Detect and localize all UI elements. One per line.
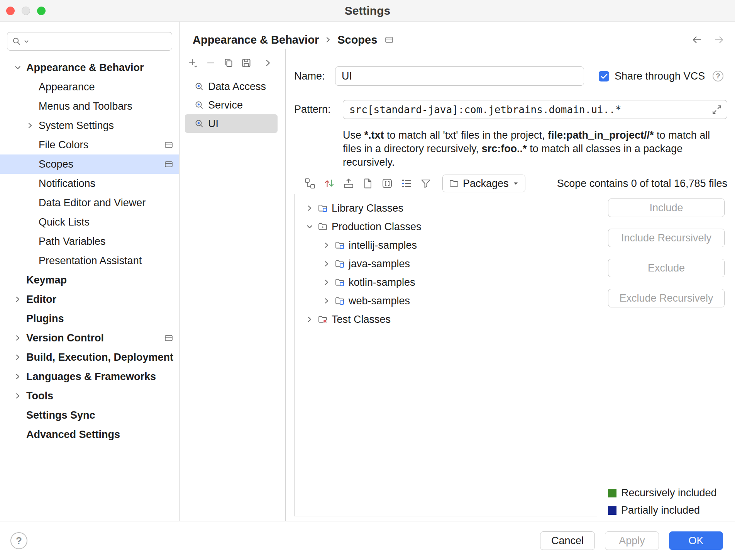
search-history-chevron-icon[interactable] [24,39,29,44]
sidebar-item-label: Data Editor and Viewer [39,197,146,209]
tree-node-java-samples[interactable]: java-samples [295,255,597,273]
sidebar-item-scopes[interactable]: Scopes [0,154,179,174]
sidebar-item-data-editor-and-viewer[interactable]: Data Editor and Viewer [0,193,179,212]
filter-button[interactable] [418,175,434,192]
more-button[interactable] [261,56,275,70]
sidebar-item-editor[interactable]: Editor [0,290,179,309]
settings-search-input[interactable] [32,36,167,48]
tree-node-production-classes[interactable]: Production Classes [295,217,597,236]
sidebar-item-path-variables[interactable]: Path Variables [0,232,179,251]
exclude-button[interactable]: Exclude [608,259,725,277]
tree-node-label: kotlin-samples [349,277,415,288]
sidebar-item-advanced-settings[interactable]: Advanced Settings [0,425,179,444]
sidebar-item-label: Settings Sync [26,409,95,421]
sidebar-item-languages-frameworks[interactable]: Languages & Frameworks [0,367,179,386]
sidebar-item-appearance-behavior[interactable]: Appearance & Behavior [0,58,179,77]
sidebar-item-settings-sync[interactable]: Settings Sync [0,406,179,425]
close-window-button[interactable] [6,7,15,15]
scope-detail-panel: Name: Share through VCS ? Pattern: [286,49,735,521]
help-button[interactable]: ? [10,532,27,549]
window-controls [6,0,46,21]
history-nav [691,34,725,46]
packages-view-dropdown[interactable]: Packages [442,175,525,192]
show-files-icon [362,178,374,189]
chevron-down-icon[interactable] [305,223,315,231]
settings-search[interactable] [7,32,172,51]
sidebar-item-version-control[interactable]: Version Control [0,328,179,348]
chevron-right-icon[interactable] [322,260,332,268]
scope-item-data-access[interactable]: Data Access [185,77,278,96]
exclude-recursively-button[interactable]: Exclude Recursively [608,289,725,307]
sidebar-item-tools[interactable]: Tools [0,386,179,406]
sidebar-item-build-execution-deployment[interactable]: Build, Execution, Deployment [0,348,179,367]
back-arrow-icon[interactable] [691,34,703,46]
tree-node-test-classes[interactable]: Test Classes [295,310,597,329]
sidebar-item-label: Scopes [39,158,73,170]
tree-node-kotlin-samples[interactable]: kotlin-samples [295,273,597,292]
sidebar-item-label: Appearance [39,81,95,93]
sidebar-item-notifications[interactable]: Notifications [0,174,179,193]
scope-summary: Scope contains 0 of total 16,785 files [557,178,727,190]
include-recursively-button[interactable]: Include Recursively [608,229,725,247]
add-button[interactable] [186,56,200,70]
search-icon [12,37,21,46]
scope-item-ui[interactable]: UI [185,114,278,133]
expand-pattern-icon[interactable] [711,104,723,115]
scopes-page: Data AccessServiceUI Name: Share through… [180,49,735,521]
flatten-packages-button[interactable] [340,175,357,192]
legend-swatch [608,506,616,515]
vcs-help-icon[interactable]: ? [713,71,723,81]
minimize-window-button[interactable] [22,7,30,15]
chevron-right-icon [14,392,22,400]
sidebar-item-menus-and-toolbars[interactable]: Menus and Toolbars [0,97,179,116]
breadcrumb-item-appearance-behavior[interactable]: Appearance & Behavior [193,34,319,46]
show-files-button[interactable] [360,175,376,192]
scope-item-service[interactable]: Service [185,96,278,114]
sidebar-item-system-settings[interactable]: System Settings [0,116,179,135]
sidebar-item-label: Path Variables [39,236,106,248]
chevron-right-icon[interactable] [305,316,315,323]
sidebar-item-file-colors[interactable]: File Colors [0,135,179,154]
ok-button[interactable]: OK [669,531,723,550]
tree-node-intellij-samples[interactable]: intellij-samples [295,236,597,255]
scope-pattern-input[interactable] [343,100,727,119]
chevron-right-icon[interactable] [305,204,315,212]
chevron-right-icon[interactable] [322,241,332,249]
scope-file-tree: Library ClassesProduction Classesintelli… [294,194,597,516]
scope-icon [194,81,204,92]
scope-name-input[interactable] [335,66,584,86]
chevron-right-icon[interactable] [322,297,332,305]
forward-arrow-icon[interactable] [713,34,725,46]
compact-packages-button[interactable] [321,175,337,192]
save-button[interactable] [239,56,254,70]
pattern-help-segment: Use [343,129,364,141]
legend-swatch [608,489,616,497]
scope-item-label: UI [208,118,218,130]
chevron-right-icon[interactable] [322,278,332,286]
scopes-list: Data AccessServiceUI [180,73,285,133]
settings-badge-icon [164,160,173,168]
chevron-right-icon [324,36,332,44]
group-by-modules-button[interactable] [302,175,318,192]
include-button[interactable]: Include [608,199,725,217]
cancel-button[interactable]: Cancel [540,531,595,550]
tree-node-library-classes[interactable]: Library Classes [295,199,597,217]
sidebar-item-label: Appearance & Behavior [26,62,144,74]
sidebar-item-appearance[interactable]: Appearance [0,77,179,97]
sidebar-item-quick-lists[interactable]: Quick Lists [0,212,179,232]
packages-view-label: Packages [463,178,509,190]
copy-button[interactable] [221,56,236,70]
zoom-window-button[interactable] [37,7,46,15]
tree-node-web-samples[interactable]: web-samples [295,292,597,310]
remove-button[interactable] [203,56,218,70]
tree-node-label: Production Classes [332,221,422,233]
sidebar-item-presentation-assistant[interactable]: Presentation Assistant [0,251,179,270]
share-vcs-checkbox[interactable] [599,71,609,81]
sidebar-item-label: Build, Execution, Deployment [26,351,173,363]
apply-button[interactable]: Apply [605,531,659,550]
sidebar-item-keymap[interactable]: Keymap [0,270,179,290]
sidebar-item-plugins[interactable]: Plugins [0,309,179,328]
folder-package-icon [335,240,345,250]
show-scope-frame-button[interactable] [379,175,395,192]
show-tree-structure-button[interactable] [398,175,415,192]
